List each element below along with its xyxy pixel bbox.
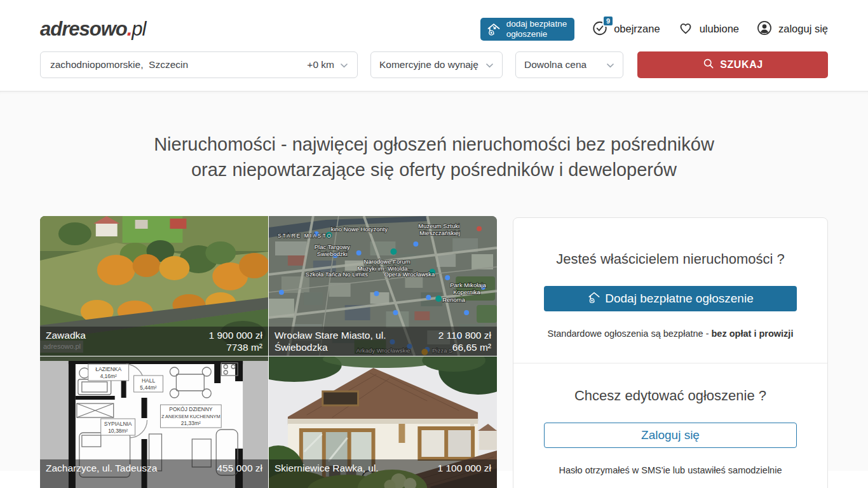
svg-text:Muzeum Sztuki: Muzeum Sztuki (418, 222, 459, 229)
listing-location: Zawadka (46, 329, 86, 353)
add-home-icon (587, 290, 601, 308)
svg-text:STARE MIASTO: STARE MIASTO (278, 233, 332, 239)
listing-caption: Zawadka 1 900 000 zł 7738 m² (40, 327, 268, 356)
sidebar-add-listing-label: Dodaj bezpłatne ogłoszenie (605, 292, 753, 306)
listing-card-wroclaw[interactable]: STARE MIASTO kino Nowe Horyzonty Muzeum … (269, 216, 497, 356)
header: adresowo.pl dodaj bezpłatneogłoszenie (0, 0, 868, 42)
search-button[interactable]: SZUKAJ (637, 51, 828, 78)
svg-text:4,16m²: 4,16m² (100, 373, 118, 379)
edit-section: Chcesz edytować ogłoszenie ? Zaloguj się… (513, 363, 827, 488)
svg-text:Mieszczańskiej: Mieszczańskiej (419, 229, 460, 236)
listing-area: 66,65 m² (438, 341, 491, 353)
add-listing-button[interactable]: dodaj bezpłatneogłoszenie (480, 18, 574, 41)
sidebar: Jesteś właścicielem nieruchomości ? Doda… (513, 217, 828, 488)
listing-location: Skierniewice Rawka, ul. (275, 462, 379, 486)
main-content: Nieruchomości - najwięcej ogłoszeń nieru… (0, 91, 868, 471)
viewed-count-badge: 9 (602, 15, 614, 27)
svg-text:10,38m²: 10,38m² (108, 428, 128, 434)
price-select[interactable]: Dowolna cena (515, 51, 623, 78)
chevron-down-icon (606, 59, 614, 71)
listing-card-zawadka[interactable]: adresowo.pl Zawadka 1 900 000 zł 7738 m² (40, 216, 268, 356)
svg-text:5,44m²: 5,44m² (140, 384, 157, 391)
svg-text:kino Nowe Horyzonty: kino Nowe Horyzonty (331, 226, 388, 233)
chevron-down-icon (340, 59, 348, 71)
page-title: Nieruchomości - najwięcej ogłoszeń nieru… (40, 92, 828, 182)
category-value: Komercyjne do wynaję (379, 59, 478, 71)
svg-text:Renoma: Renoma (442, 296, 465, 303)
top-navigation: dodaj bezpłatneogłoszenie 9 obejrzane (480, 18, 828, 41)
owner-title: Jesteś właścicielem nieruchomości ? (544, 251, 797, 268)
svg-text:Narodowe Forum: Narodowe Forum (364, 258, 410, 265)
svg-text:SYPIALNIA: SYPIALNIA (104, 421, 132, 427)
nav-login-label: zaloguj się (778, 23, 828, 35)
listing-location: Wrocław Stare Miasto, ul. Świebodzka (275, 329, 411, 353)
svg-text:Z ANEKSEM KUCHENNYM: Z ANEKSEM KUCHENNYM (161, 414, 220, 419)
category-select[interactable]: Komercyjne do wynaję (370, 51, 503, 78)
user-icon (756, 20, 773, 39)
radius-value: +0 km (307, 59, 334, 71)
svg-text:Opera Wrocławska: Opera Wrocławska (384, 271, 435, 278)
listing-area: 7738 m² (209, 341, 262, 353)
location-field: +0 km (40, 51, 358, 78)
svg-text:Świebodzki: Świebodzki (317, 250, 348, 257)
chevron-down-icon (485, 59, 494, 71)
listing-price: 1 100 000 zł (438, 462, 491, 474)
search-bar: +0 km Komercyjne do wynaję Dowolna cena … (0, 51, 868, 78)
owner-note: Standardowe ogłoszenia są bezpłatne - be… (544, 329, 797, 339)
listing-caption: Wrocław Stare Miasto, ul. Świebodzka 2 1… (269, 327, 497, 356)
nav-favorites-label: ulubione (700, 23, 739, 35)
listing-caption: Skierniewice Rawka, ul. 1 100 000 zł (269, 459, 497, 488)
nav-favorites[interactable]: ulubione (677, 20, 739, 39)
listing-price: 2 110 800 zł (438, 329, 491, 341)
listing-location: Zacharzyce, ul. Tadeusza (46, 462, 157, 486)
svg-text:Szkoła Tańca No Limits: Szkoła Tańca No Limits (306, 271, 368, 278)
svg-text:Plac Targowy: Plac Targowy (315, 243, 350, 250)
heart-icon (677, 20, 694, 39)
add-listing-label: dodaj bezpłatneogłoszenie (506, 19, 567, 39)
nav-viewed-label: obejrzane (614, 23, 660, 35)
logo[interactable]: adresowo.pl (40, 18, 146, 41)
listing-caption: Zacharzyce, ul. Tadeusza 455 000 zł (40, 459, 268, 488)
listing-price: 1 900 000 zł (209, 329, 262, 341)
location-input[interactable] (41, 59, 307, 71)
price-value: Dowolna cena (524, 59, 587, 71)
listing-card-skierniewice[interactable]: Skierniewice Rawka, ul. 1 100 000 zł (269, 356, 497, 488)
sidebar-add-listing-button[interactable]: Dodaj bezpłatne ogłoszenie (544, 286, 797, 311)
svg-text:HALL: HALL (142, 377, 155, 384)
listing-price: 455 000 zł (217, 462, 262, 474)
listings-grid: adresowo.pl Zawadka 1 900 000 zł 7738 m² (40, 216, 497, 488)
logo-text: adresowo (40, 18, 127, 40)
svg-text:Park Mikołaja: Park Mikołaja (450, 281, 486, 288)
svg-text:21,33m²: 21,33m² (181, 420, 201, 426)
search-button-label: SZUKAJ (720, 59, 763, 71)
svg-text:POKÓJ DZIENNY: POKÓJ DZIENNY (169, 406, 212, 412)
listing-card-zacharzyce[interactable]: ŁAZIENKA 4,16m² HALL 5,44m² SYPIALNIA 10… (40, 356, 268, 488)
add-home-icon (486, 22, 501, 37)
radius-select[interactable]: +0 km (307, 59, 348, 71)
nav-login[interactable]: zaloguj się (756, 20, 828, 39)
svg-text:Kopernika: Kopernika (453, 288, 480, 295)
owner-section: Jesteś właścicielem nieruchomości ? Doda… (513, 218, 827, 363)
edit-title: Chcesz edytować ogłoszenie ? (544, 388, 797, 404)
sidebar-login-button[interactable]: Zaloguj się (544, 423, 797, 448)
svg-text:ŁAZIENKA: ŁAZIENKA (95, 366, 121, 372)
edit-note: Hasło otrzymałeś w SMS'ie lub ustawiłeś … (544, 465, 797, 475)
search-icon (702, 57, 715, 72)
nav-viewed[interactable]: 9 obejrzane (592, 20, 660, 39)
